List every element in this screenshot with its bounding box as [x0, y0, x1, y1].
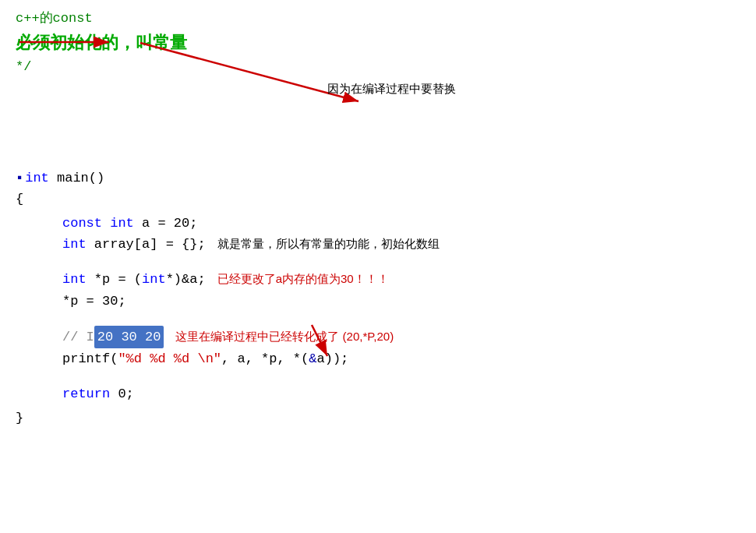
line-assign: *p = 30;	[62, 291, 740, 312]
annotation1: 因为在编译过程中要替换	[327, 82, 456, 97]
brace-open: {	[16, 189, 23, 210]
svg-line-1	[140, 43, 359, 101]
kw-int2: int	[62, 234, 87, 255]
comment-slash: // I	[62, 327, 94, 348]
line-printf: printf( "%d %d %d \n" , a, *p, *( & a));	[62, 348, 740, 369]
comment-line1: c++的const	[16, 8, 740, 29]
code-main-block: ▪ int main() { const int a = 20; int arr…	[16, 168, 740, 429]
line-brace-open: {	[16, 189, 740, 210]
brace-close: }	[16, 408, 23, 429]
comment-text1: c++的const	[16, 8, 93, 29]
annotation1-text: 因为在编译过程中要替换	[327, 82, 456, 95]
kw-const: const	[62, 213, 102, 234]
svg-line-3	[312, 325, 327, 356]
return-val: 0;	[110, 383, 134, 404]
empty-line1	[16, 255, 740, 269]
annotation-ptr: 已经更改了a内存的值为30！！！	[217, 270, 389, 288]
annotation-comment: 这里在编译过程中已经转化成了 (20,*P,20)	[175, 327, 394, 346]
empty-line2	[16, 312, 740, 326]
array-rest: array[a] = {};	[87, 234, 206, 255]
kw-int1: int	[110, 213, 134, 234]
printf-args: , a, *p,	[221, 348, 285, 369]
arrow1-svg	[132, 35, 382, 113]
printf-format: "%d %d %d \n"	[118, 348, 221, 369]
line-indicator: ▪	[16, 168, 23, 189]
line-const: const int a = 20;	[62, 213, 740, 234]
kw-return: return	[62, 383, 110, 404]
line-main: ▪ int main()	[16, 168, 740, 189]
line-brace-close: }	[16, 408, 740, 429]
const-rest: a = 20;	[134, 213, 198, 234]
printf-text: printf(	[62, 348, 118, 369]
assign-text: *p = 30;	[62, 291, 126, 312]
arrow2-svg	[304, 321, 351, 364]
main-func: main()	[49, 168, 104, 189]
highlight-numbers: 20 30 20	[94, 326, 164, 348]
kw-int3: int	[62, 269, 87, 290]
empty-line3	[16, 369, 740, 383]
line-return: return 0;	[62, 383, 740, 404]
line-comment-highlight: // I 20 30 20 这里在编译过程中已经转化成了 (20,*P,20)	[62, 326, 740, 348]
kw-int-main: int	[25, 168, 49, 189]
kw-int4: int	[142, 269, 166, 290]
comment-close: */	[16, 56, 31, 77]
main-container: c++的const 必须初始化的，叫常量 */ 因为在编译过程中要替换 ▪ in…	[0, 0, 756, 533]
line-ptr: int *p = ( int *)&a; 已经更改了a内存的值为30！！！	[62, 269, 740, 290]
line-array: int array[a] = {}; 就是常量，所以有常量的功能，初始化数组	[62, 234, 740, 255]
annotation-array: 就是常量，所以有常量的功能，初始化数组	[217, 235, 440, 253]
ptr-rest: *p = (	[87, 269, 142, 290]
arrow-left-svg	[16, 33, 125, 52]
ptr-rest2: *)&a;	[166, 269, 206, 290]
space1	[102, 213, 110, 234]
